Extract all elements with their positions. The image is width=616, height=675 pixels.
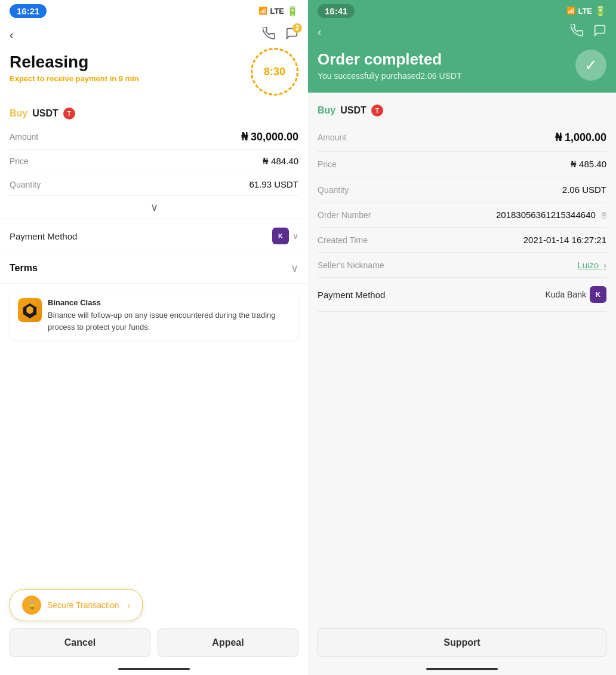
created-time-label: Created Time xyxy=(318,235,368,245)
expand-row[interactable]: ∨ xyxy=(0,196,308,219)
check-circle: ✓ xyxy=(575,50,606,81)
seller-nickname-row: Seller's Nickname Luizo › xyxy=(318,253,606,278)
price-value-left: ₦ 484.40 xyxy=(263,156,298,167)
info-rows-left: Amount ₦ 30,000.00 Price ₦ 484.40 Quanti… xyxy=(0,124,308,196)
right-content: Buy USDT T Amount ₦ 1,000.00 Price ₦ 485… xyxy=(308,93,616,675)
phone-icon-right[interactable] xyxy=(571,24,584,40)
info-rows-right: Amount ₦ 1,000.00 Price ₦ 485.40 Quantit… xyxy=(318,124,606,278)
price-row-right: Price ₦ 485.40 xyxy=(318,152,606,177)
quantity-value-left: 61.93 USDT xyxy=(249,179,298,189)
signal-area-left: 📶 LTE 🔋 xyxy=(258,5,298,17)
time-left: 16:21 xyxy=(10,4,47,18)
completed-content: Order completed You successfully purchas… xyxy=(318,45,606,81)
status-bar-left: 16:21 📶 LTE 🔋 xyxy=(0,0,308,22)
quantity-row-right: Quantity 2.06 USDT xyxy=(318,177,606,202)
price-value-right: ₦ 485.40 xyxy=(571,159,606,170)
amount-row-right: Amount ₦ 1,000.00 xyxy=(318,124,606,152)
payment-method-section-right: Payment Method Kuda Bank K xyxy=(318,278,606,312)
amount-row-left: Amount ₦ 30,000.00 xyxy=(10,124,298,150)
buy-label-left: Buy xyxy=(10,108,27,119)
binance-text: Binance Class Binance will follow-up on … xyxy=(48,298,290,333)
price-label-right: Price xyxy=(318,159,337,169)
created-time-row: Created Time 2021-01-14 16:27:21 xyxy=(318,228,606,253)
kuda-icon-right: K xyxy=(590,286,606,303)
created-time-value: 2021-01-14 16:27:21 xyxy=(523,235,606,245)
payment-method-row-left[interactable]: Payment Method K ∨ xyxy=(0,219,308,253)
right-panel: 16:41 📶 LTE 🔋 ‹ xyxy=(308,0,616,675)
price-label-left: Price xyxy=(10,157,29,166)
seller-nickname-value[interactable]: Luizo › xyxy=(577,260,606,270)
payment-method-right-right: Kuda Bank K xyxy=(546,286,607,303)
chat-badge: 2 xyxy=(292,23,302,33)
nav-icons-right xyxy=(571,24,606,40)
signal-icon: 📶 xyxy=(258,7,267,15)
buy-row-left: Buy USDT T xyxy=(0,103,308,124)
battery-icon-left: 🔋 xyxy=(287,5,298,17)
usdt-label-left: USDT xyxy=(32,108,58,119)
back-button-left[interactable]: ‹ xyxy=(10,28,14,42)
amount-value-right: ₦ 1,000.00 xyxy=(555,131,606,144)
tron-icon-right: T xyxy=(371,105,383,116)
kuda-text-right: Kuda Bank xyxy=(546,290,587,299)
order-number-label: Order Number xyxy=(318,210,371,220)
buy-row-right: Buy USDT T xyxy=(318,102,606,124)
phone-icon-left[interactable] xyxy=(263,27,276,43)
amount-label-left: Amount xyxy=(10,132,38,142)
lte-label-right: LTE xyxy=(578,7,592,16)
time-right: 16:41 xyxy=(318,4,355,18)
header-section-left: Releasing Expect to receive payment in 9… xyxy=(0,48,308,103)
quantity-label-left: Quantity xyxy=(10,180,41,189)
quantity-value-right: 2.06 USDT xyxy=(562,185,606,195)
price-row-left: Price ₦ 484.40 xyxy=(10,150,298,173)
completed-title: Order completed xyxy=(318,50,462,69)
quantity-label-right: Quantity xyxy=(318,185,349,195)
tron-icon-left: T xyxy=(63,108,75,119)
kuda-icon-left: K xyxy=(272,228,289,244)
payment-chevron: ∨ xyxy=(292,231,298,241)
usdt-label-right: USDT xyxy=(340,105,366,116)
completed-text: Order completed You successfully purchas… xyxy=(318,50,462,81)
bottom-buttons-right: Support xyxy=(308,628,616,657)
terms-row[interactable]: Terms ∨ xyxy=(0,253,308,284)
payment-method-right: K ∨ xyxy=(272,228,298,244)
terms-label: Terms xyxy=(10,263,38,274)
secure-icon: 🔒 xyxy=(22,596,41,615)
releasing-title: Releasing xyxy=(10,53,139,72)
binance-title: Binance Class xyxy=(48,298,290,307)
secure-banner[interactable]: 🔒 Secure Transaction › xyxy=(10,589,143,621)
binance-logo xyxy=(18,298,42,322)
battery-icon-right: 🔋 xyxy=(595,5,606,17)
timer-circle: 8:30 xyxy=(251,48,298,96)
secure-chevron: › xyxy=(128,600,131,610)
chat-icon-right[interactable] xyxy=(593,24,606,40)
amount-value-left: ₦ 30,000.00 xyxy=(241,130,298,143)
binance-card: Binance Class Binance will follow-up on … xyxy=(10,291,298,340)
binance-desc: Binance will follow-up on any issue enco… xyxy=(48,309,290,333)
buy-label-right: Buy xyxy=(318,105,335,116)
back-button-right[interactable]: ‹ xyxy=(318,25,322,39)
home-indicator-left xyxy=(118,668,190,670)
payment-method-label-left: Payment Method xyxy=(10,231,77,241)
support-button[interactable]: Support xyxy=(318,628,606,657)
signal-area-right: 📶 LTE 🔋 xyxy=(566,5,606,17)
copy-icon[interactable]: ⎘ xyxy=(602,210,606,220)
chat-icon-left[interactable]: 2 xyxy=(285,27,298,43)
left-panel: 16:21 📶 LTE 🔋 ‹ 2 Releasing xyxy=(0,0,308,675)
order-completed-header: 16:41 📶 LTE 🔋 ‹ xyxy=(308,0,616,93)
cancel-button[interactable]: Cancel xyxy=(10,628,150,657)
link-arrow-icon: › xyxy=(603,260,606,270)
nav-icons-left: 2 xyxy=(263,27,298,43)
bottom-buttons-left: Cancel Appeal xyxy=(0,628,308,657)
quantity-row-left: Quantity 61.93 USDT xyxy=(10,173,298,196)
chevron-down-icon: ∨ xyxy=(150,201,158,214)
amount-label-right: Amount xyxy=(318,133,346,142)
nav-bar-left: ‹ 2 xyxy=(0,22,308,48)
order-number-value: 20183056361215344640 ⎘ xyxy=(496,210,606,220)
terms-chevron: ∨ xyxy=(291,262,298,275)
secure-text: Secure Transaction xyxy=(47,600,119,610)
payment-method-label-right: Payment Method xyxy=(318,290,385,300)
nav-bar-right: ‹ xyxy=(318,22,606,45)
completed-subtitle: You successfully purchased2.06 USDT xyxy=(318,71,462,81)
home-indicator-right xyxy=(426,668,498,670)
appeal-button[interactable]: Appeal xyxy=(158,628,298,657)
